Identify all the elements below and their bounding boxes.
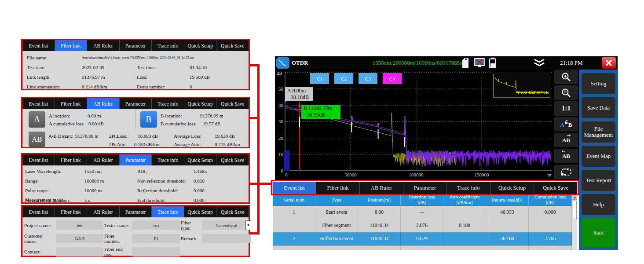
trace-chart[interactable]: 1234550403020100050000100000150000dBm C1…: [275, 70, 553, 180]
tab-quick-save[interactable]: Quick Save: [216, 40, 249, 51]
tester-name-label: Tester name:: [104, 223, 132, 228]
trace-plot[interactable]: 1234550403020100050000100000150000dBm: [275, 70, 553, 180]
tab-fiber-link[interactable]: Fiber link: [55, 40, 88, 51]
customer-name-input[interactable]: [56, 234, 103, 243]
table-row-selected[interactable]: 2 Reflection event 11040.34 0.629 36.180…: [273, 232, 572, 246]
cursor-ab-button[interactable]: AB: [29, 132, 45, 147]
tab-quick-setup[interactable]: Quick Setup: [490, 182, 534, 194]
tab-ab-ruler[interactable]: AB Ruler: [87, 154, 120, 165]
tab-trace-info[interactable]: Trace info: [152, 154, 184, 165]
tab-trace-info[interactable]: Trace info: [152, 40, 184, 51]
tab-quick-save[interactable]: Quick Save: [216, 154, 249, 165]
test-report-button[interactable]: Test Report: [582, 170, 615, 191]
tab-parameter[interactable]: Parameter: [120, 154, 152, 165]
otdr-app-icon[interactable]: [276, 57, 289, 69]
tab-parameter[interactable]: Parameter: [120, 40, 152, 51]
sd-card-icon: [461, 58, 470, 70]
table-scrollbar[interactable]: ▲: [572, 194, 577, 250]
cursor-a-button[interactable]: A: [29, 111, 45, 128]
tab-trace-info[interactable]: Trace info: [152, 206, 184, 217]
tab-parameter[interactable]: Parameter: [120, 98, 152, 109]
tab-event-list[interactable]: Event list: [22, 206, 55, 217]
move-b-to-a-button[interactable]: →AB: [554, 133, 578, 147]
b-location-label: B location:: [161, 113, 182, 118]
move-a-to-b-button[interactable]: ←AB: [554, 149, 578, 163]
tab-trace-info[interactable]: Trace info: [152, 98, 184, 109]
cell: [443, 232, 486, 246]
remark-input[interactable]: [202, 234, 251, 243]
test-time-value: 01:34:16: [190, 62, 249, 72]
tab-parameter[interactable]: Parameter: [403, 182, 447, 194]
divider: [135, 110, 135, 129]
tab-quick-setup[interactable]: Quick Setup: [184, 154, 217, 165]
dropdown-arrow-icon[interactable]: ▼: [245, 220, 251, 230]
file-name-label: File name:: [27, 53, 82, 62]
tab-quick-setup[interactable]: Quick Setup: [184, 40, 217, 51]
tab-fiber-link[interactable]: Fiber link: [55, 98, 88, 109]
fiber-end-pos-input[interactable]: [132, 247, 180, 257]
table-row[interactable]: [273, 246, 572, 250]
zoom-out-button[interactable]: [554, 85, 578, 100]
table-row[interactable]: Fiber segment 11040.34 2.076 0.188: [273, 219, 572, 232]
tester-name-input[interactable]: [132, 220, 180, 230]
param-value: 100000 m: [84, 176, 137, 186]
tab-quick-setup[interactable]: Quick Setup: [184, 98, 217, 109]
tab-quick-save[interactable]: Quick Save: [216, 98, 249, 109]
scrollbar-thumb[interactable]: [573, 201, 577, 219]
cursor-c1-button[interactable]: C1: [310, 73, 329, 84]
tab-fiber-link[interactable]: Fiber link: [316, 182, 360, 194]
ab-lock-toggle-button[interactable]: AB: [554, 117, 578, 132]
param-value: 1550 nm: [84, 166, 137, 176]
tab-event-list[interactable]: Event list: [273, 182, 316, 194]
table-row[interactable]: 1 Start event 0.00 --- 40.333 0.000: [273, 206, 572, 219]
cursor-c2-button[interactable]: C2: [334, 73, 353, 84]
tab-ab-ruler[interactable]: AB Ruler: [360, 182, 403, 194]
file-management-button[interactable]: File Management: [582, 121, 615, 143]
hide-panel-chevrons-icon[interactable]: [531, 58, 548, 70]
tab-quick-save[interactable]: Quick Save: [534, 182, 577, 194]
cursor-a-letter: A: [287, 88, 291, 94]
pt-attn-label: 2Pt.Attn:: [109, 142, 127, 147]
help-button[interactable]: Help: [582, 194, 615, 215]
cursor-b-button[interactable]: B: [140, 111, 157, 128]
minimap: [491, 72, 551, 100]
fiber-type-select[interactable]: [202, 220, 251, 230]
fiber-number-input[interactable]: [132, 234, 180, 243]
project-name-input[interactable]: [56, 220, 103, 230]
tab-quick-save[interactable]: Quick Save: [216, 206, 249, 217]
trace-cycle-button[interactable]: [554, 165, 578, 179]
tab-event-list[interactable]: Event list: [22, 40, 55, 51]
cell: [443, 206, 486, 219]
cursor-a-readout[interactable]: A 0.00m 38.18dB: [285, 87, 313, 101]
zoom-1-1-button[interactable]: 1:1: [554, 101, 578, 116]
setting-button[interactable]: Setting: [582, 73, 615, 94]
tab-parameter[interactable]: Parameter: [120, 206, 152, 217]
param-label: Reflection threshold:: [137, 186, 194, 195]
svg-text:5: 5: [403, 130, 406, 135]
zoom-in-button[interactable]: [554, 70, 578, 84]
cursor-c3-button[interactable]: C3: [359, 73, 377, 84]
save-data-button[interactable]: Save Data: [582, 97, 615, 118]
tab-trace-info[interactable]: Trace info: [447, 182, 490, 194]
contact-input[interactable]: [56, 247, 103, 257]
tab-fiber-link[interactable]: Fiber link: [55, 206, 88, 217]
start-button[interactable]: Start: [582, 218, 615, 247]
scroll-up-icon[interactable]: ▲: [572, 194, 577, 200]
tab-ab-ruler[interactable]: AB Ruler: [87, 206, 120, 217]
tab-event-list[interactable]: Event list: [22, 154, 55, 165]
tab-event-list[interactable]: Event list: [22, 98, 55, 109]
b-cum-loss-value: 19.57 dB: [203, 121, 220, 126]
close-button[interactable]: [602, 57, 616, 69]
event-map-button[interactable]: Event Map: [582, 146, 615, 167]
tab-fiber-link[interactable]: Fiber link: [55, 154, 88, 165]
param-value: 0.000: [194, 186, 249, 195]
panel4-tab-bar: Event list Fiber link AB Ruler Parameter…: [22, 206, 249, 217]
cursor-c4-button[interactable]: C4: [383, 73, 402, 84]
tab-quick-setup[interactable]: Quick Setup: [184, 206, 217, 217]
param-label: End threshold:: [137, 195, 194, 205]
cell: 2.705: [529, 232, 572, 246]
svg-text:50: 50: [278, 86, 284, 92]
tab-ab-ruler[interactable]: AB Ruler: [87, 40, 120, 51]
tab-ab-ruler[interactable]: AB Ruler: [87, 98, 120, 109]
cursor-b-readout[interactable]: B 11040.37m 36.53dB: [301, 105, 340, 119]
